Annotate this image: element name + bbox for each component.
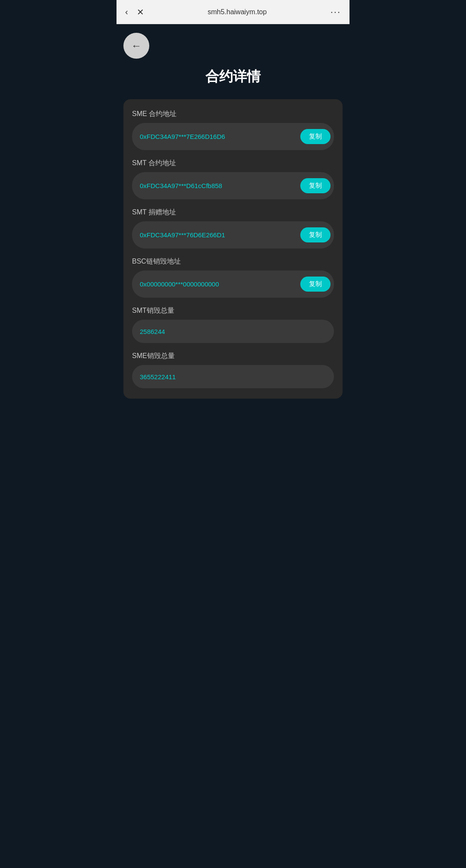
field-group-0: SME 合约地址0xFDC34A97***7E266D16D6复制 xyxy=(132,110,334,150)
field-label-3: BSC链销毁地址 xyxy=(132,257,334,266)
back-arrow-icon: ← xyxy=(131,40,142,52)
field-group-2: SMT 捐赠地址0xFDC34A97***76D6E266D1复制 xyxy=(132,208,334,248)
field-group-5: SME销毁总量3655222411 xyxy=(132,352,334,388)
field-value-4: 2586244 xyxy=(140,328,326,335)
field-label-4: SMT销毁总量 xyxy=(132,306,334,315)
field-value-0: 0xFDC34A97***7E266D16D6 xyxy=(140,133,296,140)
app-content: ← 合约详情 SME 合约地址0xFDC34A97***7E266D16D6复制… xyxy=(116,24,350,868)
field-label-1: SMT 合约地址 xyxy=(132,159,334,168)
field-row-0: 0xFDC34A97***7E266D16D6复制 xyxy=(132,123,334,150)
field-row-simple-4: 2586244 xyxy=(132,320,334,343)
browser-url[interactable]: smh5.haiwaiym.top xyxy=(144,8,331,16)
contract-card: SME 合约地址0xFDC34A97***7E266D16D6复制SMT 合约地… xyxy=(123,99,343,399)
browser-bar: ‹ ✕ smh5.haiwaiym.top ··· xyxy=(116,0,350,24)
field-row-simple-5: 3655222411 xyxy=(132,365,334,388)
back-button[interactable]: ← xyxy=(123,33,149,59)
field-row-2: 0xFDC34A97***76D6E266D1复制 xyxy=(132,221,334,248)
copy-button-0[interactable]: 复制 xyxy=(300,129,331,144)
field-value-3: 0x00000000***0000000000 xyxy=(140,280,296,288)
field-label-0: SME 合约地址 xyxy=(132,110,334,119)
field-value-2: 0xFDC34A97***76D6E266D1 xyxy=(140,231,296,239)
field-label-5: SME销毁总量 xyxy=(132,352,334,361)
browser-back-icon[interactable]: ‹ xyxy=(125,7,128,17)
field-group-4: SMT销毁总量2586244 xyxy=(132,306,334,343)
browser-nav: ‹ ✕ xyxy=(125,7,144,17)
copy-button-3[interactable]: 复制 xyxy=(300,277,331,292)
field-label-2: SMT 捐赠地址 xyxy=(132,208,334,217)
copy-button-1[interactable]: 复制 xyxy=(300,178,331,193)
field-group-1: SMT 合约地址0xFDC34A97***D61cCfb858复制 xyxy=(132,159,334,199)
field-row-1: 0xFDC34A97***D61cCfb858复制 xyxy=(132,172,334,199)
browser-more-icon[interactable]: ··· xyxy=(331,6,341,18)
page-title: 合约详情 xyxy=(123,67,343,86)
browser-close-icon[interactable]: ✕ xyxy=(137,7,144,17)
copy-button-2[interactable]: 复制 xyxy=(300,227,331,242)
field-row-3: 0x00000000***0000000000复制 xyxy=(132,270,334,298)
field-value-5: 3655222411 xyxy=(140,373,326,381)
field-value-1: 0xFDC34A97***D61cCfb858 xyxy=(140,182,296,189)
field-group-3: BSC链销毁地址0x00000000***0000000000复制 xyxy=(132,257,334,298)
